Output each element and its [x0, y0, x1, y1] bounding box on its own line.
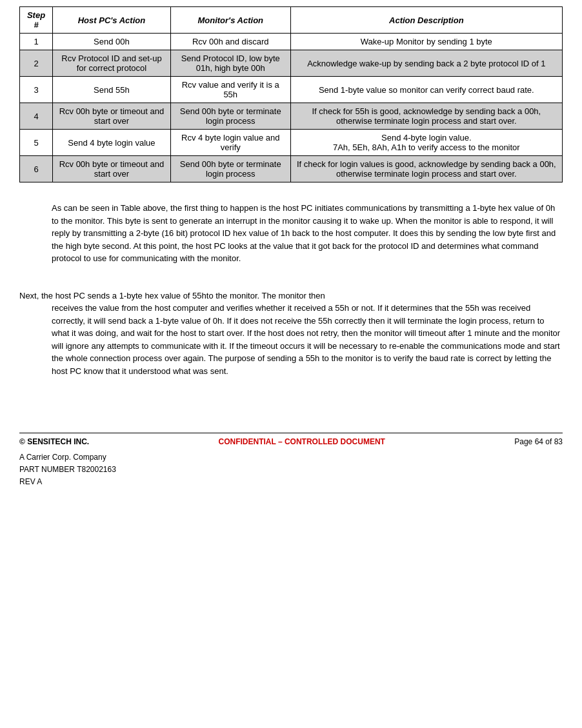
host-action-cell: Send 00h — [53, 34, 171, 50]
table-row: 5Send 4 byte login valueRcv 4 byte login… — [20, 130, 563, 156]
table-row: 3Send 55hRcv value and verify it is a 55… — [20, 77, 563, 103]
footer-rev: REV A — [19, 476, 563, 488]
description-cell: Send 1-byte value so monitor can verify … — [290, 77, 562, 103]
footer-center: CONFIDENTIAL – CONTROLLED DOCUMENT — [219, 437, 385, 446]
col-header-step: Step # — [20, 7, 53, 34]
monitor-action-cell: Rcv value and verify it is a 55h — [170, 77, 290, 103]
col-header-description: Action Description — [290, 7, 562, 34]
col-header-host-action: Host PC's Action — [53, 7, 171, 34]
step-cell: 3 — [20, 77, 53, 103]
monitor-action-cell: Rcv 00h and discard — [170, 34, 290, 50]
paragraph-2-start: Next, the host PC sends a 1-byte hex val… — [19, 290, 563, 302]
host-action-cell: Send 4 byte login value — [53, 130, 171, 156]
paragraph-1: As can be seen in Table above, the first… — [52, 202, 563, 265]
footer-left: © SENSITECH INC. — [19, 437, 89, 446]
step-cell: 1 — [20, 34, 53, 50]
col-header-monitor-action: Monitor's Action — [170, 7, 290, 34]
monitor-action-cell: Send 00h byte or terminate login process — [170, 103, 290, 130]
table-row: 6Rcv 00h byte or timeout and start overS… — [20, 156, 563, 182]
description-cell: If check for 55h is good, acknowledge by… — [290, 103, 562, 130]
login-protocol-table: Step # Host PC's Action Monitor's Action… — [19, 6, 563, 182]
monitor-action-cell: Send 00h byte or terminate login process — [170, 156, 290, 182]
host-action-cell: Send 55h — [53, 77, 171, 103]
step-cell: 4 — [20, 103, 53, 130]
table-row: 4Rcv 00h byte or timeout and start overS… — [20, 103, 563, 130]
step-cell: 5 — [20, 130, 53, 156]
description-cell: Acknowledge wake-up by sending back a 2 … — [290, 50, 562, 77]
step-cell: 6 — [20, 156, 53, 182]
host-action-cell: Rcv 00h byte or timeout and start over — [53, 156, 171, 182]
description-cell: Wake-up Monitor by sending 1 byte — [290, 34, 562, 50]
footer-right: Page 64 of 83 — [514, 437, 563, 446]
body-section: As can be seen in Table above, the first… — [19, 202, 563, 265]
host-action-cell: Rcv Protocol ID and set-up for correct p… — [53, 50, 171, 77]
description-cell: Send 4-byte login value. 7Ah, 5Eh, 8Ah, … — [290, 130, 562, 156]
footer-part-number: PART NUMBER T82002163 — [19, 464, 563, 476]
monitor-action-cell: Send Protocol ID, low byte 01h, high byt… — [170, 50, 290, 77]
footer: © SENSITECH INC. CONFIDENTIAL – CONTROLL… — [19, 433, 563, 446]
footer-company: A Carrier Corp. Company — [19, 451, 563, 464]
table-row: 2Rcv Protocol ID and set-up for correct … — [20, 50, 563, 77]
host-action-cell: Rcv 00h byte or timeout and start over — [53, 103, 171, 130]
footer-sub: A Carrier Corp. Company PART NUMBER T820… — [19, 451, 563, 489]
table-row: 1Send 00hRcv 00h and discardWake-up Moni… — [20, 34, 563, 50]
step-cell: 2 — [20, 50, 53, 77]
description-cell: If check for login values is good, ackno… — [290, 156, 562, 182]
paragraph-2-cont: receives the value from the host compute… — [52, 302, 563, 377]
body-section-2: Next, the host PC sends a 1-byte hex val… — [19, 290, 563, 378]
monitor-action-cell: Rcv 4 byte login value and verify — [170, 130, 290, 156]
